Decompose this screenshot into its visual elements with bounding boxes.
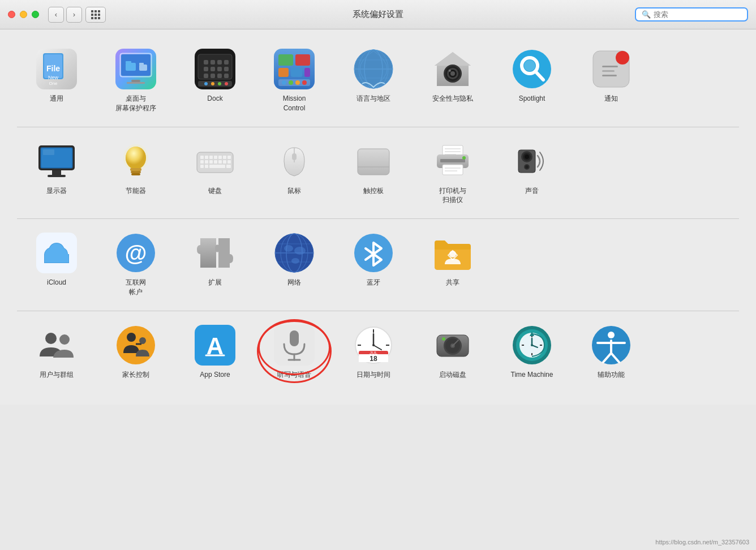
section-personal: File New One 通用 [17,41,739,127]
svg-rect-79 [43,149,54,155]
svg-rect-22 [224,60,229,65]
pref-item-datetime[interactable]: 18 JUL 日期与时间 [334,317,413,385]
pref-item-extensions[interactable]: 扩展 [175,225,255,303]
section-system: 用户与群组 家长控制 [17,317,739,393]
pref-item-dictation[interactable]: 听写与语音 [255,317,334,385]
maximize-button[interactable] [32,11,39,18]
svg-point-200 [531,344,533,346]
pref-item-bluetooth[interactable]: 蓝牙 [334,225,413,303]
pref-item-users[interactable]: 用户与群组 [17,317,96,385]
svg-text:@: @ [124,240,147,265]
svg-point-148 [284,245,293,252]
section-hardware: 显示器 [17,133,739,220]
pref-item-appstore[interactable]: A App Store [175,317,255,385]
window-controls [8,11,39,18]
pref-icon-startup [432,325,473,366]
pref-label-sound: 声音 [525,186,539,196]
svg-rect-94 [227,156,231,159]
pref-item-energy[interactable]: 节能器 [96,133,175,211]
pref-label-keyboard: 键盘 [208,186,222,196]
svg-point-45 [295,80,300,85]
pref-item-parental[interactable]: 家长控制 [96,317,175,385]
close-button[interactable] [8,11,15,18]
svg-point-46 [302,80,307,85]
svg-point-69 [616,51,629,65]
pref-item-security[interactable]: 安全性与隐私 [413,41,492,119]
pref-label-printer: 打印机与扫描仪 [439,186,466,205]
svg-rect-28 [211,74,215,78]
search-box[interactable]: 🔍 [635,7,748,22]
search-icon: 🔍 [642,10,651,19]
grid-view-button[interactable] [85,7,106,23]
pref-item-mission-control[interactable]: MissionControl [255,41,334,119]
pref-label-internet-accounts: 互联网帐户 [126,278,146,297]
pref-label-mission-control: MissionControl [283,94,306,113]
svg-rect-91 [214,156,217,159]
pref-icon-displays [36,141,77,182]
pref-icon-mission-control [274,49,315,89]
svg-rect-30 [224,74,229,78]
svg-rect-93 [223,156,226,159]
pref-item-notifications[interactable]: 通知 [572,41,651,119]
pref-icon-trackpad [353,141,394,182]
pref-item-displays[interactable]: 显示器 [17,133,96,211]
pref-icon-parental [115,325,156,366]
pref-item-printer[interactable]: 打印机与扫描仪 [413,133,492,211]
svg-text:File: File [46,64,60,73]
svg-rect-117 [443,165,463,175]
svg-rect-107 [292,153,297,160]
pref-item-trackpad[interactable]: 触控板 [334,133,413,211]
minimize-button[interactable] [20,11,27,18]
svg-rect-103 [205,165,208,168]
pref-item-keyboard[interactable]: 键盘 [175,133,255,211]
pref-icon-energy [115,141,156,182]
pref-label-datetime: 日期与时间 [356,370,390,380]
forward-button[interactable]: › [66,7,82,23]
svg-point-150 [291,258,299,264]
pref-item-internet-accounts[interactable]: @ 互联网帐户 [96,225,175,303]
svg-point-127 [525,165,529,169]
pref-item-accessibility[interactable]: 辅助功能 [572,317,651,385]
back-button[interactable]: ‹ [48,7,64,23]
pref-item-language[interactable]: 语言与地区 [334,41,413,119]
svg-rect-92 [218,156,222,159]
pref-item-timemachine[interactable]: Time Machine [492,317,572,385]
pref-item-sound[interactable]: 声音 [492,133,572,211]
pref-item-sharing[interactable]: 共享 [413,225,492,303]
pref-item-icloud[interactable]: iCloud [17,225,96,303]
pref-item-network[interactable]: 网络 [255,225,334,303]
svg-point-33 [211,82,214,85]
pref-label-sharing: 共享 [446,278,459,287]
pref-item-spotlight[interactable]: Spotlight [492,41,572,119]
pref-item-dock[interactable]: Dock [175,41,255,119]
pref-label-spotlight: Spotlight [519,94,545,104]
pref-icon-icloud [36,233,77,273]
pref-item-desktop[interactable]: 桌面与屏幕保护程序 [96,41,175,119]
svg-rect-97 [209,160,213,164]
pref-item-mouse[interactable]: 鼠标 [255,133,334,211]
pref-item-startup[interactable]: 启动磁盘 [413,317,492,385]
pref-icon-security [432,49,473,89]
pref-icon-extensions [195,233,235,273]
pref-icon-appstore: A [195,325,235,366]
svg-rect-29 [217,74,222,78]
svg-point-149 [294,247,306,255]
pref-icon-general: File New One [36,49,77,89]
svg-rect-70 [602,66,618,67]
pref-label-network: 网络 [287,278,301,287]
pref-item-general[interactable]: File New One 通用 [17,41,96,119]
svg-rect-12 [139,65,147,71]
svg-point-189 [442,337,445,341]
svg-rect-21 [217,60,222,65]
pref-label-appstore: App Store [200,370,230,380]
pref-icon-bluetooth [353,233,394,273]
svg-point-44 [289,80,293,85]
svg-point-177 [372,344,375,346]
search-input[interactable] [654,10,741,19]
pref-label-icloud: iCloud [47,278,66,287]
svg-rect-88 [200,156,204,159]
icons-grid-personal: File New One 通用 [17,41,739,119]
svg-rect-14 [131,80,140,82]
svg-rect-89 [205,156,208,159]
svg-rect-99 [218,160,222,164]
